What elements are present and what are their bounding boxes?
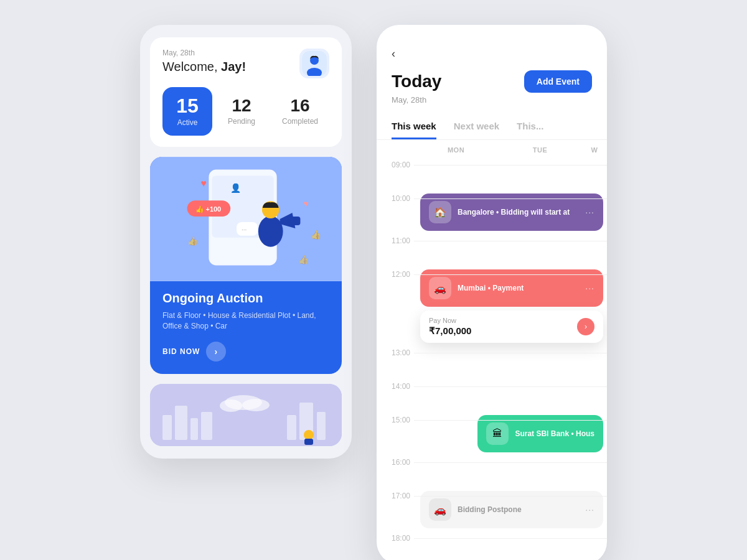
svg-point-29: [242, 399, 270, 411]
time-1700: 17:00: [377, 488, 416, 500]
active-label: Active: [175, 118, 200, 127]
svg-rect-15: [289, 217, 301, 225]
svg-rect-26: [317, 412, 326, 440]
svg-point-28: [220, 399, 242, 412]
time-1300: 13:00: [377, 345, 416, 357]
payment-arrow-icon[interactable]: ›: [577, 318, 594, 335]
time-slot-1700: 17:00 🚗 Bidding Postpone ···: [377, 488, 607, 531]
time-1000: 10:00: [377, 191, 416, 202]
time-slot-1200: 12:00 🚗 Mumbai • Payment ··· Pay Now: [377, 267, 607, 345]
svg-text:👍: 👍: [187, 236, 199, 246]
auction-content: Ongoing Auction Flat & Floor • House & R…: [150, 281, 342, 374]
time-1800: 18:00: [377, 531, 416, 542]
calendar-header: ‹ Today Add Event May, 28th: [377, 37, 607, 105]
time-1600: 16:00: [377, 455, 416, 466]
svg-rect-31: [304, 439, 313, 445]
auction-illustration: 👍 +100 ♥ ♥ 👍 👍 👤: [150, 157, 342, 281]
add-event-button[interactable]: Add Event: [524, 70, 592, 93]
time-1400: 14:00: [377, 379, 416, 390]
time-slot-1300: 13:00: [377, 345, 607, 379]
event-postpone[interactable]: 🚗 Bidding Postpone ···: [420, 491, 603, 528]
back-button[interactable]: ‹: [392, 47, 395, 60]
day-col-mon: MON: [414, 146, 498, 154]
event-home-icon: 🏠: [429, 201, 451, 223]
bid-now-button[interactable]: BID NOW ›: [162, 342, 226, 362]
time-1500: 15:00: [377, 413, 416, 424]
completed-label: Completed: [277, 117, 323, 126]
event-bangalore-text: Bangalore • Bidding will start at: [458, 208, 570, 217]
auction-title: Ongoing Auction: [162, 291, 329, 306]
time-slot-1600: 16:00: [377, 455, 607, 488]
event-postpone-icon: 🚗: [429, 498, 451, 521]
event-bangalore[interactable]: 🏠 Bangalore • Bidding will start at ···: [420, 194, 603, 231]
payment-label: Pay Now: [429, 317, 471, 324]
svg-rect-22: [190, 418, 198, 440]
auction-desc: Flat & Floor • House & Residential Plot …: [162, 310, 329, 332]
svg-rect-24: [287, 415, 296, 440]
payment-popup[interactable]: Pay Now ₹7,00,000 ›: [420, 310, 603, 343]
svg-rect-23: [201, 412, 212, 440]
stats-row: 15 Active 12 Pending 16 Completed: [162, 87, 329, 136]
time-slot-1500: 15:00 🏛 Surat SBI Bank • Hous: [377, 413, 607, 455]
svg-text:♥: ♥: [200, 178, 206, 189]
user-name: Jay!: [221, 60, 246, 73]
svg-text:👍: 👍: [298, 254, 309, 265]
svg-rect-20: [162, 415, 172, 440]
time-slot-0900: 09:00: [377, 157, 607, 191]
svg-text:👤: 👤: [230, 183, 242, 194]
event-bank-icon: 🏛: [486, 422, 509, 445]
pending-stat: 12 Pending: [212, 91, 271, 132]
svg-text:···: ···: [242, 226, 247, 233]
event-postpone-text: Bidding Postpone: [458, 505, 522, 514]
event-mumbai[interactable]: 🚗 Mumbai • Payment ···: [420, 269, 603, 307]
week-tabs: This week Next week This...: [377, 114, 607, 140]
pending-label: Pending: [218, 117, 265, 126]
svg-rect-16: [237, 222, 258, 236]
event-surat[interactable]: 🏛 Surat SBI Bank • Hous: [477, 415, 603, 452]
header-date: May, 28th: [162, 49, 246, 57]
svg-text:♥: ♥: [303, 198, 308, 208]
time-slot-1800: 18:00: [377, 531, 607, 560]
svg-text:👍 +100: 👍 +100: [195, 205, 222, 213]
time-slot-1400: 14:00: [377, 379, 607, 413]
tab-this-month[interactable]: This...: [517, 114, 543, 139]
right-phone: ‹ Today Add Event May, 28th This week Ne…: [377, 25, 607, 560]
svg-point-30: [304, 430, 314, 440]
payment-amount: ₹7,00,000: [429, 325, 471, 337]
pending-count: 12: [218, 97, 265, 114]
time-slot-1000: 10:00 🏠 Bangalore • Bidding will start a…: [377, 191, 607, 233]
tab-this-week[interactable]: This week: [392, 114, 436, 139]
svg-text:👍: 👍: [311, 230, 322, 240]
bottom-preview-card: [150, 384, 342, 446]
bid-arrow-icon: ›: [206, 342, 226, 362]
time-1100: 11:00: [377, 233, 416, 245]
svg-rect-21: [175, 406, 187, 440]
header-card: May, 28th Welcome, Jay!: [150, 37, 342, 147]
calendar-section: 09:00 10:00 🏠 Bangalore • Bidding will s…: [377, 157, 607, 560]
event-surat-text: Surat SBI Bank • Hous: [515, 429, 594, 438]
time-0900: 09:00: [377, 157, 416, 169]
avatar: [299, 49, 329, 78]
day-col-wed: W: [582, 146, 607, 154]
time-1200: 12:00: [377, 267, 416, 278]
completed-stat: 16 Completed: [271, 91, 329, 132]
active-count: 15: [175, 96, 200, 116]
event-mumbai-text: Mumbai • Payment: [458, 284, 524, 292]
active-stat: 15 Active: [162, 87, 212, 136]
day-cols-header: MON TUE W: [377, 140, 607, 157]
tab-next-week[interactable]: Next week: [454, 114, 499, 139]
completed-count: 16: [277, 97, 323, 114]
svg-point-13: [258, 216, 283, 247]
event-car-icon: 🚗: [429, 277, 451, 299]
today-date: May, 28th: [392, 95, 592, 105]
today-title: Today: [392, 72, 441, 91]
left-phone: May, 28th Welcome, Jay!: [140, 25, 352, 459]
auction-card: 👍 +100 ♥ ♥ 👍 👍 👤: [150, 157, 342, 374]
time-slot-1100: 11:00: [377, 233, 607, 267]
day-col-tue: TUE: [498, 146, 582, 154]
header-welcome: Welcome, Jay!: [162, 60, 246, 74]
